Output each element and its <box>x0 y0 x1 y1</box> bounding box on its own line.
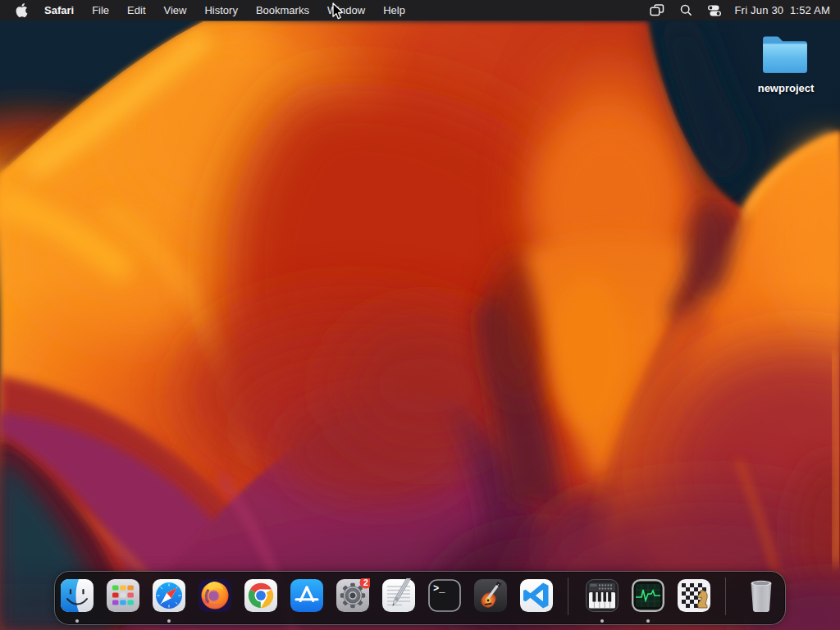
svg-text:2: 2 <box>363 578 368 587</box>
svg-text:>_: >_ <box>433 583 445 595</box>
